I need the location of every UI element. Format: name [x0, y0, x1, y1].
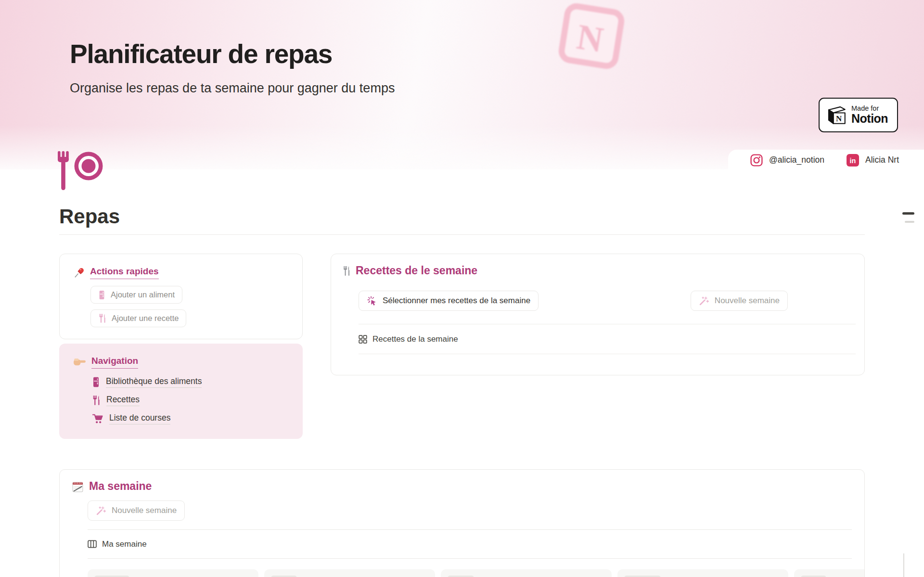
social-bar: @alicia_notion in Alicia Nrt	[728, 150, 924, 170]
fork-knife-icon	[98, 313, 106, 323]
pointing-hand-icon	[73, 357, 87, 367]
table-of-contents-indicator[interactable]	[902, 212, 914, 223]
week-recipes-card: Recettes de le semaine	[331, 254, 865, 375]
click-select-icon	[367, 295, 377, 306]
week-recipes-view-tab-label: Recettes de la semaine	[372, 334, 458, 344]
add-recipe-label: Ajouter une recette	[112, 314, 179, 323]
week-board: À définir 0 Lundi 0 Mardi 0	[88, 569, 852, 577]
nav-link-shopping-list[interactable]: Liste de courses	[92, 413, 170, 424]
fork-knife-icon	[92, 395, 101, 406]
linkedin-link[interactable]: in Alicia Nrt	[847, 154, 899, 167]
nav-link-food-library[interactable]: Bibliothèque des aliments	[92, 376, 202, 388]
board-column-lundi: Lundi 0	[264, 569, 435, 577]
instagram-link[interactable]: @alicia_notion	[750, 154, 824, 167]
notion-watermark-icon: N	[553, 0, 629, 74]
svg-text:N: N	[836, 114, 842, 123]
nav-label-recipes: Recettes	[106, 395, 140, 406]
linkedin-icon: in	[847, 154, 859, 167]
meal-planner-page: N Planificateur de repas Organise les re…	[0, 0, 924, 577]
made-for-notion-badge[interactable]: N Made for Notion	[819, 98, 898, 132]
instagram-icon	[750, 154, 763, 167]
page-title: Planificateur de repas	[70, 38, 395, 69]
toc-dash-active	[902, 212, 914, 215]
new-week-button[interactable]: Nouvelle semaine	[691, 291, 788, 311]
made-for-label: Made for	[851, 105, 888, 112]
board-column-a-definir: À définir 0	[88, 569, 258, 577]
my-week-card: Ma semaine Nouvelle semaine	[59, 469, 865, 577]
linkedin-name: Alicia Nrt	[865, 155, 899, 165]
my-week-new-week-label: Nouvelle semaine	[112, 506, 177, 515]
fork-knife-gray-icon	[342, 265, 351, 277]
add-food-label: Ajouter un aliment	[111, 290, 175, 299]
week-recipes-view-tab[interactable]: Recettes de la semaine	[359, 324, 856, 354]
nav-link-recipes[interactable]: Recettes	[92, 395, 140, 406]
magic-wand-icon	[96, 505, 106, 516]
new-week-label: Nouvelle semaine	[715, 296, 780, 306]
quick-actions-title: Actions rapides	[90, 266, 159, 279]
notion-label: Notion	[851, 112, 888, 125]
page-subtitle: Organise les repas de ta semaine pour ga…	[70, 81, 395, 96]
add-recipe-button[interactable]: Ajouter une recette	[90, 309, 186, 327]
my-week-view-tab-label: Ma semaine	[102, 539, 147, 549]
board-column-mercredi: Mercredi 0	[617, 569, 788, 577]
left-column: Actions rapides	[59, 254, 303, 439]
instagram-handle: @alicia_notion	[769, 155, 824, 165]
add-food-button[interactable]: Ajouter un aliment	[90, 286, 182, 304]
magic-wand-icon	[699, 295, 709, 306]
toc-dash	[905, 221, 914, 223]
gallery-grid-icon	[359, 335, 367, 344]
board-view-icon	[88, 540, 97, 548]
notion-cube-icon: N	[825, 103, 848, 127]
my-week-new-week-button[interactable]: Nouvelle semaine	[88, 500, 185, 521]
nav-label-shopping-list: Liste de courses	[109, 413, 170, 424]
navigation-card: Navigation	[59, 344, 303, 439]
fork-plate-logo-icon	[57, 151, 106, 191]
select-week-recipes-button[interactable]: Sélectionner mes recettes de la semaine	[359, 291, 539, 311]
spiral-notepad-icon	[71, 480, 84, 493]
fridge-icon	[92, 377, 100, 387]
cart-icon	[92, 413, 103, 424]
svg-text:in: in	[850, 156, 856, 164]
section-heading-repas: Repas	[59, 205, 865, 235]
nav-label-food-library: Bibliothèque des aliments	[106, 376, 202, 388]
page-banner: N Planificateur de repas Organise les re…	[0, 0, 924, 169]
navigation-title: Navigation	[91, 356, 138, 369]
fridge-icon	[98, 290, 105, 300]
my-week-view-tab[interactable]: Ma semaine	[88, 530, 852, 559]
quick-actions-card: Actions rapides	[59, 254, 303, 339]
pushpin-icon	[73, 267, 85, 279]
page-content: Repas Actions	[59, 169, 865, 577]
scrollbar[interactable]	[903, 553, 904, 577]
my-week-title: Ma semaine	[89, 480, 152, 493]
board-column-mardi: Mardi 0	[441, 569, 612, 577]
select-week-recipes-label: Sélectionner mes recettes de la semaine	[383, 296, 530, 306]
week-recipes-title: Recettes de le semaine	[356, 264, 477, 277]
board-column-jeudi: Jeudi 0	[794, 569, 865, 577]
